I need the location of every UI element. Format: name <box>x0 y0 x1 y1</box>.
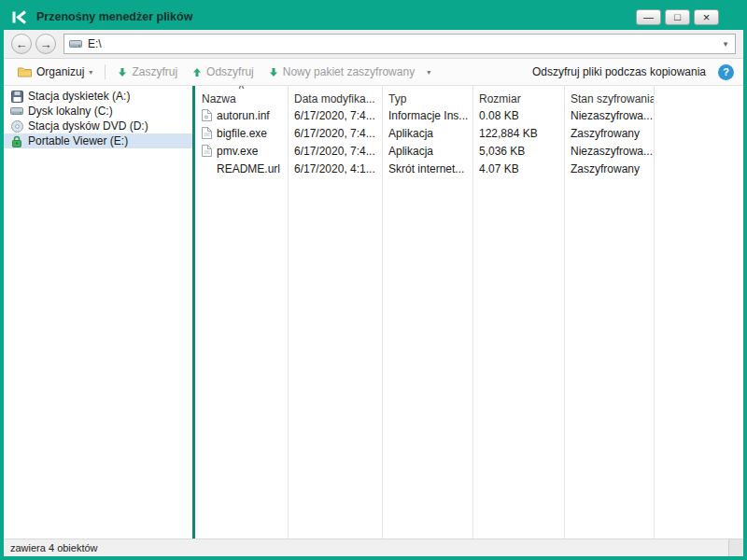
column-header-size[interactable]: Rozmiar <box>472 86 564 106</box>
file-name: bigfile.exe <box>217 127 267 140</box>
column-separator <box>288 86 289 539</box>
file-type: Skrót internet... <box>382 162 472 175</box>
file-name: autorun.inf <box>217 109 270 122</box>
new-package-dropdown-icon: ▾ <box>427 68 430 77</box>
decrypt-on-copy-label: Odszyfruj pliki podczas kopiowania <box>532 65 706 78</box>
column-header-type[interactable]: Typ <box>382 86 472 106</box>
file-row[interactable]: README.url 6/17/2020, 4:1... Skrót inter… <box>195 160 743 177</box>
application-file-icon <box>202 127 212 139</box>
file-encryption: Niezaszyfrowa... <box>564 145 654 158</box>
file-list-header: ^ Nazwa Data modyfika... Typ Rozmiar Sta… <box>195 86 743 106</box>
sidebar-item-label: Stacja dyskietek (A:) <box>28 90 130 103</box>
folder-icon <box>18 66 32 77</box>
decrypt-button[interactable]: Odszyfruj <box>188 63 259 81</box>
column-separator <box>654 86 655 539</box>
setup-info-file-icon <box>202 109 212 121</box>
column-header-label: Typ <box>388 92 406 105</box>
file-size: 122,884 KB <box>472 127 564 140</box>
status-text: zawiera 4 obiektów <box>10 542 98 553</box>
file-encryption: Zaszyfrowany <box>564 127 654 140</box>
application-file-icon <box>202 145 212 157</box>
file-modified: 6/17/2020, 7:4... <box>288 145 382 158</box>
column-header-label: Rozmiar <box>479 92 521 105</box>
arrow-down-green-icon <box>118 67 127 77</box>
sidebar-item-drive-a[interactable]: Stacja dyskietek (A:) <box>4 89 192 104</box>
sort-ascending-icon: ^ <box>195 86 288 93</box>
file-type: Aplikacja <box>382 127 472 140</box>
file-type: Aplikacja <box>382 145 472 158</box>
new-encrypted-package-button[interactable]: Nowy pakiet zaszyfrowany ▾ <box>264 63 435 81</box>
new-encrypted-package-label: Nowy pakiet zaszyfrowany <box>283 65 415 78</box>
sidebar-item-drive-e[interactable]: Portable Viewer (E:) <box>4 133 192 148</box>
encrypt-label: Zaszyfruj <box>132 65 177 78</box>
main-content: Stacja dyskietek (A:) Dysk lokalny (C:) <box>4 86 743 539</box>
dvd-icon <box>10 120 23 133</box>
column-separator <box>382 86 383 539</box>
portable-file-manager-window: Przenośny menedżer plików — □ × ← → E:\ … <box>0 0 747 560</box>
sidebar-item-label: Portable Viewer (E:) <box>28 134 128 147</box>
harddisk-icon <box>10 105 23 117</box>
file-row[interactable]: autorun.inf 6/17/2020, 7:4... Informacje… <box>195 106 743 124</box>
status-bar: zawiera 4 obiektów <box>4 539 743 556</box>
sidebar-item-label: Dysk lokalny (C:) <box>28 105 113 118</box>
column-header-encryption[interactable]: Stan szyfrowania <box>564 86 654 106</box>
minimize-button[interactable]: — <box>636 9 661 25</box>
organize-label: Organizuj <box>36 65 84 78</box>
sidebar-item-drive-d[interactable]: Stacja dysków DVD (D:) <box>4 119 192 133</box>
maximize-button[interactable]: □ <box>665 9 690 25</box>
address-bar[interactable]: E:\ ▾ <box>63 34 736 54</box>
drive-list: Stacja dyskietek (A:) Dysk lokalny (C:) <box>4 86 192 539</box>
forward-button[interactable]: → <box>35 34 56 54</box>
decrypt-label: Odszyfruj <box>206 65 254 78</box>
arrow-up-green-icon <box>192 67 202 77</box>
file-size: 5,036 KB <box>472 145 564 158</box>
column-separator <box>472 86 473 539</box>
address-text: E:\ <box>88 37 718 50</box>
column-header-label: Data modyfika... <box>294 92 375 105</box>
back-button[interactable]: ← <box>11 34 32 54</box>
file-modified: 6/17/2020, 7:4... <box>288 127 382 140</box>
encrypt-button[interactable]: Zaszyfruj <box>113 63 182 81</box>
organize-button[interactable]: Organizuj ▾ <box>13 63 97 81</box>
help-icon[interactable]: ? <box>718 64 734 80</box>
lock-icon <box>10 135 23 147</box>
resize-grip[interactable] <box>728 539 743 556</box>
column-header-name[interactable]: ^ Nazwa <box>195 86 288 106</box>
column-header-filler <box>654 86 743 106</box>
file-list-pane: ^ Nazwa Data modyfika... Typ Rozmiar Sta… <box>195 86 743 539</box>
file-encryption: Zaszyfrowany <box>564 162 654 175</box>
toolbar: Organizuj ▾ Zaszyfruj Odszyfruj Nowy pak… <box>4 59 743 86</box>
navigation-bar: ← → E:\ ▾ <box>4 30 743 59</box>
sidebar-item-drive-c[interactable]: Dysk lokalny (C:) <box>4 104 192 119</box>
file-modified: 6/17/2020, 7:4... <box>288 109 382 122</box>
drive-icon <box>69 38 82 49</box>
file-name: README.url <box>217 162 280 175</box>
titlebar: Przenośny menedżer plików — □ × <box>4 4 743 30</box>
window-title: Przenośny menedżer plików <box>36 10 192 23</box>
toolbar-separator <box>105 64 106 79</box>
file-row[interactable]: pmv.exe 6/17/2020, 7:4... Aplikacja 5,03… <box>195 142 743 160</box>
organize-dropdown-icon: ▾ <box>89 68 92 77</box>
file-modified: 6/17/2020, 4:1... <box>288 162 382 175</box>
file-size: 0.08 KB <box>472 109 564 122</box>
decrypt-on-copy-button[interactable]: Odszyfruj pliki podczas kopiowania <box>528 63 711 81</box>
toolbar-right-group: Odszyfruj pliki podczas kopiowania ? <box>528 63 734 81</box>
kaspersky-logo-icon <box>11 9 30 24</box>
window-controls: — □ × <box>636 9 719 25</box>
file-name: pmv.exe <box>217 145 258 158</box>
address-dropdown-icon[interactable]: ▾ <box>718 39 733 49</box>
file-encryption: Niezaszyfrowa... <box>564 109 654 122</box>
sidebar-item-label: Stacja dysków DVD (D:) <box>28 119 148 133</box>
arrow-down-green-icon <box>269 67 278 77</box>
column-separator <box>564 86 565 539</box>
file-type: Informacje Ins... <box>382 109 472 122</box>
column-header-label: Stan szyfrowania <box>571 92 654 105</box>
column-header-modified[interactable]: Data modyfika... <box>288 86 382 106</box>
close-button[interactable]: × <box>694 9 719 25</box>
file-row[interactable]: bigfile.exe 6/17/2020, 7:4... Aplikacja … <box>195 124 743 142</box>
column-header-label: Nazwa <box>202 92 236 105</box>
file-size: 4.07 KB <box>472 162 564 175</box>
floppy-icon <box>10 91 23 103</box>
